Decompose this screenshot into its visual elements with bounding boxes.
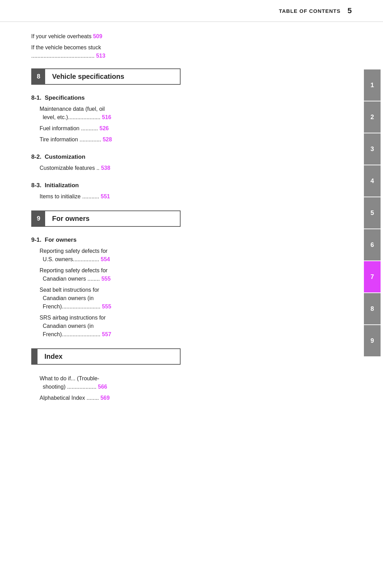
subsection-8-1: 8-1. Specifications Maintenance data (fu… bbox=[31, 94, 313, 144]
page-link-555a: 555 bbox=[101, 276, 111, 282]
subsection-8-2: 8-2. Customization Customizable features… bbox=[31, 154, 313, 172]
sidebar-tab-7[interactable]: 7 bbox=[364, 261, 381, 292]
section-index-title: Index bbox=[38, 349, 69, 364]
section-9-title: For owners bbox=[45, 211, 97, 226]
intro-item-stuck: If the vehicle becomes stuck ...........… bbox=[31, 43, 313, 60]
page-link-526: 526 bbox=[100, 125, 109, 131]
right-sidebar: 1 2 3 4 5 6 7 8 9 bbox=[364, 0, 383, 588]
section-9: 9 For owners 9-1. For owners Reporting s… bbox=[31, 210, 313, 339]
section-8-title: Vehicle specifications bbox=[45, 69, 131, 84]
page-link-538: 538 bbox=[101, 165, 110, 171]
page-link-516: 516 bbox=[102, 114, 111, 120]
page-link-513: 513 bbox=[96, 53, 106, 59]
section-9-header: 9 For owners bbox=[31, 210, 181, 227]
subsection-8-2-header: 8-2. Customization bbox=[31, 154, 313, 160]
sidebar-tab-3[interactable]: 3 bbox=[364, 133, 381, 165]
subsection-8-3: 8-3. Initialization Items to initialize … bbox=[31, 182, 313, 201]
toc-item-alpha-index: Alphabetical Index ........ 569 bbox=[40, 394, 313, 402]
toc-item-seatbelt-canadian: Seat belt instructions for Canadian owne… bbox=[40, 286, 313, 311]
page-link-554: 554 bbox=[101, 256, 110, 262]
section-8-header: 8 Vehicle specifications bbox=[31, 68, 181, 85]
page-link-528: 528 bbox=[103, 136, 112, 142]
subsection-9-1-header: 9-1. For owners bbox=[31, 237, 313, 243]
page-link-557: 557 bbox=[102, 331, 111, 337]
section-8-number: 8 bbox=[32, 69, 45, 84]
page-link-566: 566 bbox=[98, 384, 107, 390]
sidebar-tab-5[interactable]: 5 bbox=[364, 197, 381, 229]
subsection-8-1-header: 8-1. Specifications bbox=[31, 94, 313, 101]
page-link-551: 551 bbox=[101, 193, 110, 199]
toc-item-tire: Tire information .............. 528 bbox=[40, 135, 313, 144]
toc-item-canadian-owners: Reporting safety defects for Canadian ow… bbox=[40, 266, 313, 283]
toc-item-customizable: Customizable features .. 538 bbox=[40, 164, 313, 172]
page-header: TABLE OF CONTENTS 5 bbox=[0, 0, 383, 22]
header-page-number: 5 bbox=[348, 6, 352, 15]
toc-item-srs-canadian: SRS airbag instructions for Canadian own… bbox=[40, 314, 313, 339]
subsection-8-3-header: 8-3. Initialization bbox=[31, 182, 313, 189]
main-content: If your vehicle overheats 509 If the veh… bbox=[0, 22, 333, 426]
toc-item-troubleshoot: What to do if... (Trouble- shooting) ...… bbox=[40, 374, 313, 391]
page-link-509: 509 bbox=[93, 33, 102, 39]
section-9-number: 9 bbox=[32, 211, 45, 226]
sidebar-tab-6[interactable]: 6 bbox=[364, 229, 381, 260]
sidebar-tab-4[interactable]: 4 bbox=[364, 165, 381, 197]
sidebar-tab-9[interactable]: 9 bbox=[364, 325, 381, 356]
header-title: TABLE OF CONTENTS bbox=[279, 8, 341, 14]
section-index-header: Index bbox=[31, 348, 181, 365]
sidebar-tab-1[interactable]: 1 bbox=[364, 69, 381, 101]
intro-item-overheats: If your vehicle overheats 509 bbox=[31, 32, 313, 41]
toc-item-maintenance: Maintenance data (fuel, oil level, etc.)… bbox=[40, 105, 313, 122]
toc-item-initialize: Items to initialize ........... 551 bbox=[40, 192, 313, 201]
section-8: 8 Vehicle specifications 8-1. Specificat… bbox=[31, 68, 313, 201]
sidebar-tab-2[interactable]: 2 bbox=[364, 101, 381, 133]
section-index-number bbox=[32, 349, 38, 364]
page-link-569: 569 bbox=[100, 395, 110, 401]
subsection-9-1: 9-1. For owners Reporting safety defects… bbox=[31, 237, 313, 339]
toc-item-fuel: Fuel information ........... 526 bbox=[40, 124, 313, 133]
toc-item-us-owners: Reporting safety defects for U.S. owners… bbox=[40, 247, 313, 264]
sidebar-tab-8[interactable]: 8 bbox=[364, 293, 381, 324]
intro-items: If your vehicle overheats 509 If the veh… bbox=[31, 32, 313, 60]
section-index: Index What to do if... (Trouble- shootin… bbox=[31, 348, 313, 402]
page-link-555b: 555 bbox=[102, 304, 111, 309]
